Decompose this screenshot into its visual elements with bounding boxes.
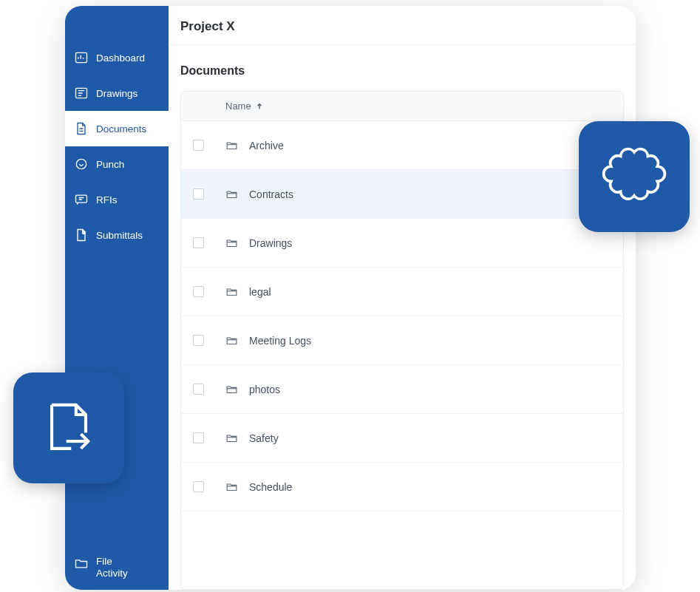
punch-icon: [74, 157, 89, 171]
checkbox[interactable]: [193, 237, 204, 248]
row-checkbox-cell: [193, 286, 225, 297]
sidebar-item-label: Drawings: [96, 88, 137, 99]
page-title: Project X: [180, 19, 624, 34]
checkbox[interactable]: [193, 384, 204, 395]
row-name: Drawings: [249, 237, 611, 249]
checkbox[interactable]: [193, 335, 204, 346]
checkbox[interactable]: [193, 481, 204, 492]
table-row[interactable]: Schedule: [181, 463, 623, 511]
checkbox[interactable]: [193, 140, 204, 151]
table-row[interactable]: legal: [181, 268, 623, 316]
sidebar-item-dashboard[interactable]: Dashboard: [65, 40, 169, 75]
table-row[interactable]: Archive: [181, 121, 623, 170]
sidebar-item-punch[interactable]: Punch: [65, 146, 169, 182]
drawings-icon: [74, 86, 89, 101]
row-icon-cell: [225, 480, 249, 493]
row-name: Contracts: [249, 188, 611, 200]
table-header: Name: [181, 92, 623, 121]
row-icon-cell: [225, 139, 249, 152]
folder-icon: [225, 237, 238, 249]
table-row[interactable]: photos: [181, 365, 623, 414]
row-name: Safety: [249, 432, 611, 444]
checkbox[interactable]: [193, 432, 204, 443]
sidebar: Dashboard Drawings Documents Punch RFIs: [65, 6, 169, 590]
svg-rect-3: [76, 195, 87, 203]
svg-point-2: [76, 159, 86, 169]
sidebar-item-rfis[interactable]: RFIs: [65, 182, 169, 217]
header: Project X: [169, 6, 636, 45]
sidebar-item-label: Dashboard: [96, 52, 145, 64]
row-icon-cell: [225, 334, 249, 347]
row-icon-cell: [225, 383, 249, 395]
folder-icon: [225, 480, 238, 493]
row-checkbox-cell: [193, 481, 225, 492]
row-name: Archive: [249, 140, 611, 152]
row-checkbox-cell: [193, 188, 225, 200]
documents-table: Name ArchiveContractsDrawingslegalMeetin…: [180, 91, 624, 590]
table-row[interactable]: Safety: [181, 414, 623, 463]
folder-icon: [225, 432, 238, 444]
badge-cloud-scallop: [579, 121, 690, 232]
badge-file-export: [13, 372, 124, 483]
sort-asc-icon: [256, 103, 263, 110]
table-row[interactable]: Meeting Logs: [181, 316, 623, 365]
checkbox[interactable]: [193, 188, 204, 200]
table-row[interactable]: Drawings: [181, 219, 623, 268]
row-name: Schedule: [249, 481, 611, 493]
row-name: photos: [249, 384, 611, 395]
dashboard-icon: [74, 50, 89, 65]
file-export-icon: [38, 398, 99, 458]
sidebar-item-label: File Activity: [96, 556, 128, 579]
folder-icon: [225, 334, 238, 347]
col-name-label: Name: [225, 101, 251, 112]
sidebar-item-label: Documents: [96, 123, 146, 135]
row-name: Meeting Logs: [249, 335, 611, 347]
folder-icon: [225, 188, 238, 200]
table-wrap: Name ArchiveContractsDrawingslegalMeetin…: [169, 91, 636, 590]
cloud-scallop-icon: [600, 143, 668, 211]
document-icon: [74, 121, 89, 136]
row-checkbox-cell: [193, 335, 225, 346]
sidebar-item-submittals[interactable]: Submittals: [65, 217, 169, 253]
row-icon-cell: [225, 237, 249, 249]
row-icon-cell: [225, 188, 249, 200]
row-name: legal: [249, 286, 611, 298]
sidebar-item-label: Punch: [96, 159, 124, 170]
row-icon-cell: [225, 285, 249, 298]
svg-rect-0: [76, 52, 87, 62]
row-checkbox-cell: [193, 237, 225, 248]
sidebar-item-file-activity[interactable]: File Activity: [65, 545, 169, 590]
rfi-icon: [74, 192, 89, 207]
sidebar-item-label: RFIs: [96, 194, 118, 205]
table-row[interactable]: Contracts: [181, 170, 623, 219]
sidebar-item-documents[interactable]: Documents: [65, 111, 169, 146]
row-checkbox-cell: [193, 384, 225, 395]
row-checkbox-cell: [193, 140, 225, 151]
section-title: Documents: [169, 45, 636, 91]
sidebar-item-drawings[interactable]: Drawings: [65, 75, 169, 111]
checkbox[interactable]: [193, 286, 204, 297]
col-name-header[interactable]: Name: [225, 101, 611, 112]
folder-icon: [225, 383, 238, 395]
app-frame: Dashboard Drawings Documents Punch RFIs: [65, 6, 636, 590]
table-body: ArchiveContractsDrawingslegalMeeting Log…: [181, 121, 623, 511]
folder-icon: [225, 285, 238, 298]
row-icon-cell: [225, 432, 249, 444]
sidebar-item-label: Submittals: [96, 230, 143, 241]
folder-icon: [225, 139, 238, 152]
row-checkbox-cell: [193, 432, 225, 443]
folder-icon: [74, 556, 89, 571]
submittal-icon: [74, 228, 89, 242]
main-panel: Project X Documents Name ArchiveContract…: [169, 6, 636, 590]
